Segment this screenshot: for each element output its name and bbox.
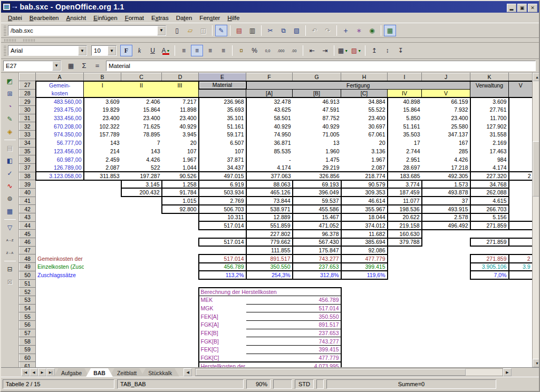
cell-K58[interactable]: [470, 337, 509, 346]
cell-K32[interactable]: 127.902: [470, 122, 509, 131]
cell-D47[interactable]: [162, 246, 199, 254]
cell-C27[interactable]: II: [121, 81, 162, 90]
insert-cells-button[interactable]: ⊞: [3, 87, 17, 100]
cell-C39[interactable]: 3.145: [121, 180, 162, 189]
cell-L57[interactable]: [509, 329, 533, 337]
cell-F34[interactable]: 36.871: [246, 139, 293, 147]
cell-L56[interactable]: [509, 320, 533, 329]
cell-J38[interactable]: 492.305: [422, 172, 470, 180]
cell-H45[interactable]: 11.682: [341, 230, 388, 238]
cell-K41[interactable]: 4.615: [470, 197, 509, 205]
cell-B58[interactable]: [84, 337, 121, 346]
cell-H47[interactable]: 92.086: [341, 246, 388, 254]
autospellcheck-button[interactable]: ∿: [3, 180, 17, 192]
background-color-dropdown-icon[interactable]: ▼: [358, 49, 361, 53]
cell-G42[interactable]: 455.586: [293, 205, 341, 213]
cut-button[interactable]: ✂: [264, 25, 276, 36]
cell-J43[interactable]: 2.578: [422, 213, 470, 222]
row-header-29[interactable]: 29: [20, 97, 36, 106]
row-header-61[interactable]: 61: [20, 362, 36, 367]
cell-H41[interactable]: 46.614: [341, 197, 388, 205]
cell-E55[interactable]: FEK[A]: [199, 312, 246, 321]
cell-B42[interactable]: [84, 205, 121, 213]
application-icon[interactable]: [3, 3, 11, 11]
cell-B44[interactable]: [84, 221, 121, 230]
cell-J31[interactable]: 23.400: [422, 114, 470, 122]
formula-input[interactable]: [107, 63, 535, 69]
cell-A41[interactable]: [36, 197, 84, 205]
group-button[interactable]: ⊟: [3, 263, 17, 276]
cell-H29[interactable]: 34.884: [341, 97, 388, 106]
cell-J30[interactable]: 7.932: [422, 106, 470, 114]
column-header-G[interactable]: G: [293, 73, 341, 81]
cell-L47[interactable]: [509, 246, 533, 254]
insert-object-button[interactable]: ◔: [3, 100, 17, 113]
cell-C35[interactable]: 143: [121, 147, 162, 155]
delete-decimal-button[interactable]: .00: [288, 45, 300, 56]
cell-I29[interactable]: 40.898: [388, 97, 422, 106]
cell-J52[interactable]: [422, 288, 470, 296]
cell-H59[interactable]: [341, 346, 388, 354]
edit-file-button[interactable]: ✎: [215, 25, 227, 36]
cell-H53[interactable]: [341, 296, 388, 304]
cell-B36[interactable]: 2.459: [84, 155, 121, 164]
cell-B31[interactable]: 23.400: [84, 114, 121, 122]
italic-button[interactable]: k: [133, 45, 146, 56]
cell-D37[interactable]: 1.044: [162, 163, 199, 172]
cell-A36[interactable]: 60.987,00: [36, 155, 84, 164]
cell-L33[interactable]: [509, 131, 533, 139]
cell-J50[interactable]: [422, 271, 470, 279]
cell-F47[interactable]: 111.855: [246, 246, 293, 254]
cell-F55[interactable]: 350.550: [246, 312, 341, 321]
cell-J57[interactable]: [422, 329, 470, 337]
cell-K36[interactable]: 984: [470, 155, 509, 164]
cell-E43[interactable]: 10.311: [199, 213, 246, 222]
cell-L45[interactable]: [509, 230, 533, 238]
cell-G43[interactable]: 15.467: [293, 213, 341, 222]
toolbar-handle[interactable]: [4, 25, 6, 36]
stub-handle-icon[interactable]: [23, 39, 35, 42]
column-header-B[interactable]: B: [84, 73, 121, 81]
cell-I48[interactable]: [388, 254, 422, 263]
cell-L27[interactable]: V: [509, 81, 533, 90]
cell-K57[interactable]: [470, 329, 509, 337]
cell-B54[interactable]: [84, 304, 121, 312]
cell-B51[interactable]: [84, 279, 121, 288]
cell-L55[interactable]: [509, 312, 533, 321]
font-size-input[interactable]: [92, 47, 108, 54]
cell-H56[interactable]: [341, 320, 388, 329]
cell-J40[interactable]: 493.878: [422, 188, 470, 197]
cell-H52[interactable]: [341, 288, 388, 296]
cell-L30[interactable]: [509, 106, 533, 114]
cell-A58[interactable]: [36, 337, 84, 346]
cell-H58[interactable]: [341, 337, 388, 346]
cell-B34[interactable]: 143: [84, 139, 121, 147]
cell-C36[interactable]: 4.426: [121, 155, 162, 164]
cell-L31[interactable]: [509, 114, 533, 122]
row-header-34[interactable]: 34: [20, 139, 36, 147]
cell-D40[interactable]: 91.784: [162, 188, 199, 197]
scroll-down-icon[interactable]: ▼: [533, 359, 539, 367]
cell-D59[interactable]: [162, 346, 199, 354]
cell-G31[interactable]: 87.752: [293, 114, 341, 122]
cell-B30[interactable]: 19.829: [84, 106, 121, 114]
cell-A61[interactable]: [36, 362, 84, 367]
cell-A51[interactable]: [36, 279, 84, 288]
url-input[interactable]: [8, 27, 157, 34]
cell-C40[interactable]: 200.432: [121, 188, 162, 197]
increase-indent-button[interactable]: ⇥: [319, 45, 331, 56]
cell-C44[interactable]: [121, 221, 162, 230]
cell-B46[interactable]: [84, 238, 121, 247]
cell-D54[interactable]: [162, 304, 199, 312]
cell-A47[interactable]: [36, 246, 84, 254]
add-decimal-button[interactable]: .000: [275, 45, 287, 56]
cell-H57[interactable]: [341, 329, 388, 337]
cell-C47[interactable]: [121, 246, 162, 254]
cell-L59[interactable]: [509, 346, 533, 354]
tab-scroll-left-button[interactable]: ◀: [184, 368, 192, 376]
cell-J55[interactable]: [422, 312, 470, 321]
cell-L60[interactable]: [509, 354, 533, 362]
cell-B55[interactable]: [84, 312, 121, 321]
cell-J36[interactable]: 4.426: [422, 155, 470, 164]
cell-L42[interactable]: [509, 205, 533, 213]
